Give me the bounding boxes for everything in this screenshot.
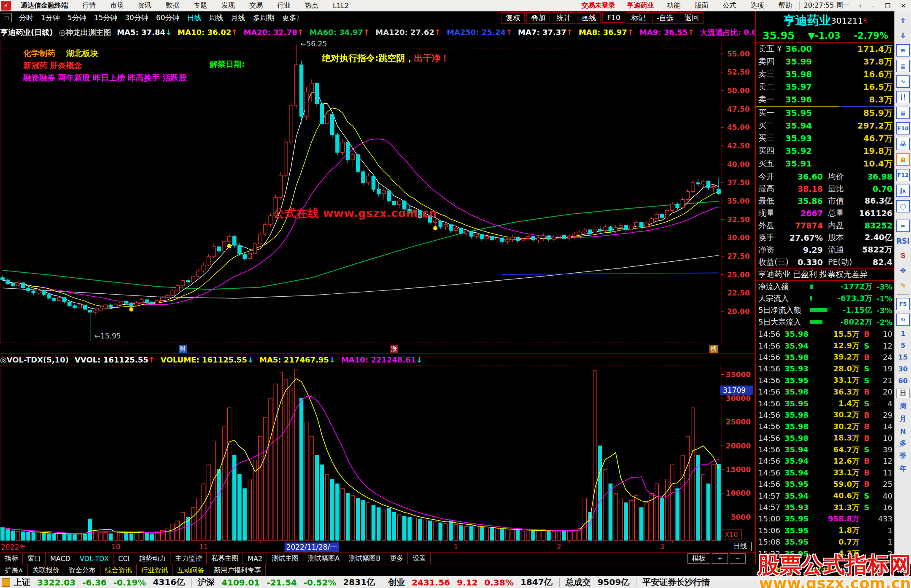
statusbar-item-12[interactable]: 创业 bbox=[388, 577, 405, 588]
toolbar-button-0[interactable]: 复权 bbox=[501, 12, 525, 24]
toolbar-button-6[interactable]: -自选 bbox=[652, 12, 678, 24]
up-arrow-icon[interactable]: ⇧ bbox=[897, 15, 909, 26]
extension-tab-3[interactable]: 综合资讯 bbox=[100, 564, 137, 576]
statusbar-item-16[interactable]: 1847亿 bbox=[520, 577, 553, 588]
period-tab-8[interactable]: 月线 bbox=[227, 13, 249, 23]
toolbar-button-5[interactable]: 标记 bbox=[627, 12, 650, 24]
statusbar-item-0[interactable]: 上证 bbox=[13, 577, 30, 588]
restore-icon[interactable]: ❐ bbox=[880, 2, 895, 10]
period-tab-10[interactable]: 更多〉 bbox=[278, 13, 307, 23]
rsi-icon[interactable]: RSI bbox=[897, 235, 909, 247]
menu-item-4[interactable]: 专题 bbox=[186, 1, 214, 10]
menu-item-8[interactable]: 热点 bbox=[298, 1, 326, 10]
transaction-row[interactable]: 14:5635.9412.6万B12 bbox=[756, 455, 895, 467]
statusbar-item-9[interactable]: -0.52% bbox=[304, 577, 337, 588]
quick-period-30[interactable]: 30 bbox=[897, 365, 909, 373]
transaction-row[interactable]: 14:5635.9464.7万S39 bbox=[756, 444, 895, 455]
quick-period-15[interactable]: 15 bbox=[897, 353, 909, 361]
event-marker-榜[interactable]: 榜 bbox=[709, 345, 718, 353]
indicator-tab-2[interactable]: MACD bbox=[46, 553, 75, 564]
event-marker-涨[interactable]: 涨 bbox=[390, 345, 398, 353]
indicator-tab-9[interactable]: 测试主图 bbox=[267, 553, 303, 564]
buy-queue-row-4[interactable]: 买四35.9219.8万 bbox=[756, 145, 895, 157]
super-s-icon[interactable]: Ｓ bbox=[897, 250, 909, 261]
report-pages-icon[interactable]: ▤ bbox=[896, 107, 910, 119]
buy-queue-row-5[interactable]: 买五35.9110.4万 bbox=[756, 157, 895, 170]
statusbar-item-8[interactable]: -21.54 bbox=[267, 577, 297, 588]
close-icon[interactable]: ✕ bbox=[895, 2, 911, 10]
sell-queue-row-3[interactable]: 卖三35.9816.6万 bbox=[756, 68, 895, 81]
transaction-row[interactable]: 14:5635.9830.2万B14 bbox=[756, 421, 895, 432]
menu-right-item-0[interactable]: 功能 bbox=[660, 1, 688, 10]
menu-right-item-2[interactable]: 公式 bbox=[716, 1, 744, 10]
transaction-row[interactable]: 14:5635.9830.2万B29 bbox=[756, 409, 895, 421]
statusbar-item-6[interactable]: 沪深 bbox=[198, 577, 215, 588]
move-cross-icon[interactable]: ✥ bbox=[897, 265, 909, 276]
buy-queue-row-2[interactable]: 买二35.94297.2万 bbox=[756, 119, 895, 132]
buy-queue-row-3[interactable]: 买三35.9346.7万 bbox=[756, 132, 895, 145]
statusbar-item-10[interactable]: 2831亿 bbox=[343, 577, 375, 588]
formula-icon[interactable]: ƒx bbox=[896, 185, 910, 197]
circle-icon[interactable]: ◯ bbox=[896, 200, 910, 212]
quick-period-季[interactable]: 季 bbox=[897, 452, 909, 461]
statusbar-item-19[interactable]: 9509亿 bbox=[598, 577, 630, 588]
menubar-alert-0[interactable]: 交易未登录 bbox=[576, 1, 621, 10]
indicator-tab-8[interactable]: MA2 bbox=[243, 553, 267, 564]
pencil-icon[interactable]: ✎ bbox=[897, 279, 909, 291]
line-chart-icon[interactable]: ∿ bbox=[896, 75, 910, 88]
menu-item-9[interactable]: L1L2 bbox=[326, 2, 356, 10]
indicator-tab-6[interactable]: 主力监控 bbox=[170, 553, 207, 564]
transaction-row[interactable]: 14:5635.9815.5万B10 bbox=[756, 328, 895, 340]
transaction-row[interactable]: 15:0835.950.7万1 bbox=[756, 536, 895, 548]
menu-item-7[interactable]: 行业 bbox=[270, 1, 298, 10]
statusbar-item-18[interactable]: 总成交 bbox=[566, 577, 591, 588]
menu-item-0[interactable]: 行情 bbox=[75, 1, 103, 10]
indicator-tab-0[interactable]: 指标 bbox=[0, 553, 23, 564]
period-tab-7[interactable]: 周线 bbox=[205, 13, 227, 23]
tree-view-icon[interactable]: 品 bbox=[896, 138, 910, 150]
extension-tab-1[interactable]: 关联报价 bbox=[28, 564, 64, 576]
quick-period-1[interactable]: 1 bbox=[897, 330, 909, 338]
volume-chart-canvas[interactable]: 350003000025000200001500010000500031709X… bbox=[0, 365, 755, 541]
concept-tag-text[interactable]: 融资融券 两年新股 昨日上榜 昨高换手 活跃股 bbox=[23, 73, 186, 82]
extension-tab-2[interactable]: 资金分布 bbox=[64, 564, 100, 576]
toolbar-button-2[interactable]: 统计 bbox=[552, 12, 575, 24]
statusbar-item-15[interactable]: 0.38% bbox=[485, 577, 514, 588]
indicator-tab-12[interactable]: 更多 bbox=[385, 553, 408, 564]
quick-period-60[interactable]: 60 bbox=[897, 377, 909, 385]
concept-tag-text[interactable]: 新冠药 肝炎概念 bbox=[23, 61, 82, 70]
indicator-tab-5[interactable]: 趋势动力 bbox=[134, 553, 170, 564]
period-tab-6[interactable]: 日线 bbox=[183, 13, 205, 23]
transaction-row[interactable]: 14:5735.9331.3万S16 bbox=[756, 502, 895, 513]
statusbar-item-13[interactable]: 2431.56 bbox=[412, 577, 450, 588]
indicator-tab-7[interactable]: 私募主图 bbox=[207, 553, 243, 564]
transaction-row[interactable]: 14:5635.9433.1万B11 bbox=[756, 467, 895, 478]
indicator-tab-11[interactable]: 测试幅图B bbox=[344, 553, 385, 564]
period-tab-0[interactable]: 分时 bbox=[15, 13, 37, 23]
indicator-tab-1[interactable]: 窗口 bbox=[23, 553, 46, 564]
buy-queue-row-1[interactable]: 买一35.9585.9万 bbox=[756, 107, 895, 119]
toolbar-button-7[interactable]: 返回 bbox=[680, 12, 703, 24]
transaction-row[interactable]: 14:5635.9836.3万B20 bbox=[756, 386, 895, 397]
quick-period-月[interactable]: 月 bbox=[897, 415, 909, 424]
statusbar-item-14[interactable]: 9.12 bbox=[457, 577, 477, 588]
indicator-tab-10[interactable]: 测试幅图A bbox=[303, 553, 344, 564]
extension-tab-6[interactable]: 新用户福利专享 bbox=[209, 564, 266, 576]
extension-tab-4[interactable]: 行业资讯 bbox=[137, 564, 173, 576]
transaction-row[interactable]: 15:0635.951.8万1 bbox=[756, 525, 895, 536]
back-icon[interactable]: ‹ bbox=[854, 2, 866, 10]
menu-item-5[interactable]: 发现 bbox=[214, 1, 242, 10]
menu-item-6[interactable]: 交易 bbox=[242, 1, 270, 10]
down-arrow-icon[interactable]: ⇩ bbox=[897, 30, 909, 41]
quick-period-N[interactable]: N bbox=[897, 427, 909, 435]
transaction-row[interactable]: 14:5635.9818.3万B10 bbox=[756, 432, 895, 444]
candlestick-icon[interactable]: ╽╿ bbox=[896, 91, 910, 103]
zoom-in-button[interactable]: ＋ bbox=[712, 553, 728, 564]
quick-period-日[interactable]: 日 bbox=[896, 389, 910, 398]
transaction-row[interactable]: 14:5735.9440.6万S40 bbox=[756, 490, 895, 501]
extension-tab-0[interactable]: 扩展∧ bbox=[0, 564, 28, 576]
transaction-list[interactable]: 14:5635.9815.5万B1014:5635.9412.9万S1214:5… bbox=[756, 328, 895, 564]
period-tab-3[interactable]: 15分钟 bbox=[90, 13, 121, 23]
indicator-tab-4[interactable]: CCI bbox=[113, 553, 134, 564]
period-tab-4[interactable]: 30分钟 bbox=[121, 13, 152, 23]
